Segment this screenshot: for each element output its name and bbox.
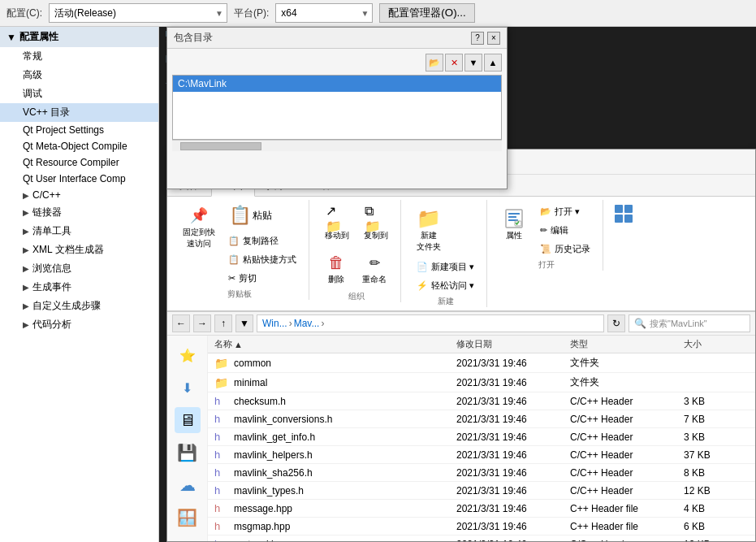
config-manager-button[interactable]: 配置管理器(O)... bbox=[379, 3, 474, 23]
properties-button[interactable]: 属性 bbox=[497, 203, 531, 258]
win-icon[interactable]: 🪟 bbox=[175, 505, 201, 531]
h-file-icon: h bbox=[214, 413, 229, 425]
move-to-button[interactable]: ↗📁 移动到 bbox=[319, 203, 355, 245]
dialog-close-button[interactable]: × bbox=[487, 32, 500, 45]
paste-button[interactable]: 📋 粘贴 bbox=[222, 200, 302, 231]
dialog-folder-button[interactable]: 📂 bbox=[426, 54, 443, 72]
dialog-controls: ? × bbox=[471, 32, 500, 45]
svg-rect-5 bbox=[615, 205, 623, 213]
sidebar-item-qt-resource[interactable]: Qt Resource Compiler bbox=[0, 154, 158, 171]
paste-shortcut-button[interactable]: 📋 粘贴快捷方式 bbox=[222, 251, 302, 268]
dialog-up-button[interactable]: ▲ bbox=[484, 54, 502, 72]
sidebar-item-advanced[interactable]: 高级 bbox=[0, 66, 158, 85]
sidebar-item-qt-project[interactable]: Qt Project Settings bbox=[0, 122, 158, 138]
file-left-nav: ⭐ ⬇ 🖥 💾 ☁ 🪟 bbox=[167, 336, 208, 541]
ribbon-content: 📌 固定到快速访问 📋 粘贴 📋 复制路径 bbox=[167, 197, 755, 312]
file-row[interactable]: h protocol.h 2021/3/31 19:46 C/C++ Heade… bbox=[208, 535, 755, 541]
favorites-icon[interactable]: ⭐ bbox=[175, 342, 201, 368]
sidebar-item-code-analysis[interactable]: ▶ 代码分析 bbox=[0, 315, 158, 334]
col-date[interactable]: 修改日期 bbox=[456, 338, 570, 350]
file-row[interactable]: h mavlink_types.h 2021/3/31 19:46 C/C++ … bbox=[208, 482, 755, 500]
history-button[interactable]: 📜 历史记录 bbox=[534, 241, 596, 258]
file-type: C/C++ Header bbox=[570, 467, 684, 479]
cut-button[interactable]: ✂ 剪切 bbox=[222, 270, 302, 287]
sidebar-item-cpp[interactable]: ▶ C/C++ bbox=[0, 187, 158, 203]
pin-to-quick-access-button[interactable]: 📌 固定到快速访问 bbox=[177, 200, 221, 287]
file-row[interactable]: h mavlink_conversions.h 2021/3/31 19:46 … bbox=[208, 410, 755, 428]
h-file-icon: h bbox=[214, 449, 229, 461]
platform-dropdown[interactable]: x64 ▼ bbox=[275, 3, 373, 23]
sidebar-item-qt-ui[interactable]: Qt User Interface Comp bbox=[0, 171, 158, 187]
open-icon: 📂 bbox=[540, 206, 551, 217]
file-size: 3 KB bbox=[684, 431, 749, 443]
col-name[interactable]: 名称 ▲ bbox=[214, 338, 456, 350]
new-folder-button[interactable]: 📁 新建文件夹 bbox=[411, 203, 447, 257]
folder-nav-icon[interactable]: 🖥 bbox=[175, 407, 201, 433]
cloud-nav-icon[interactable]: ☁ bbox=[175, 472, 201, 498]
sidebar-item-debug[interactable]: 调试 bbox=[0, 85, 158, 103]
rename-icon: ✏ bbox=[363, 251, 386, 274]
recent-button[interactable]: ▼ bbox=[235, 314, 253, 332]
forward-button[interactable]: → bbox=[193, 314, 211, 332]
up-button[interactable]: ↑ bbox=[214, 314, 232, 332]
crumb-mav[interactable]: Mav... bbox=[294, 318, 320, 329]
address-path[interactable]: Win... › Mav... › bbox=[257, 314, 604, 332]
refresh-button[interactable]: ↻ bbox=[607, 314, 625, 332]
dialog-list: C:\MavLink bbox=[172, 75, 502, 140]
folder-nav-icon-2[interactable]: 💾 bbox=[175, 440, 201, 466]
col-size[interactable]: 大小 bbox=[684, 338, 749, 350]
sidebar-item-build-event[interactable]: ▶ 生成事件 bbox=[0, 278, 158, 297]
file-size: 4 KB bbox=[684, 503, 749, 514]
sidebar-item-linker[interactable]: ▶ 链接器 bbox=[0, 203, 158, 222]
col-type[interactable]: 类型 bbox=[570, 338, 684, 350]
sidebar-item-browse[interactable]: ▶ 浏览信息 bbox=[0, 259, 158, 278]
sidebar-item-qt-meta[interactable]: Qt Meta-Object Compile bbox=[0, 138, 158, 154]
sidebar-item-xml[interactable]: ▶ XML 文档生成器 bbox=[0, 241, 158, 259]
crumb-win[interactable]: Win... bbox=[262, 318, 287, 329]
dialog-toolbar: 📂 ✕ ▼ ▲ bbox=[172, 54, 502, 72]
dialog-hscroll-thumb[interactable] bbox=[180, 142, 261, 150]
properties-label: 属性 bbox=[506, 230, 522, 241]
dialog-delete-button[interactable]: ✕ bbox=[445, 54, 463, 72]
hpp-file-icon: h bbox=[214, 502, 229, 514]
config-dropdown[interactable]: 活动(Release) ▼ bbox=[49, 3, 227, 23]
file-type: C++ Header file bbox=[570, 503, 684, 514]
open-button[interactable]: 📂 打开 ▾ bbox=[534, 203, 596, 220]
file-row[interactable]: 📁 common 2021/3/31 19:46 文件夹 bbox=[208, 353, 755, 373]
dialog-help-button[interactable]: ? bbox=[471, 32, 484, 45]
easy-access-button[interactable]: ⚡ 轻松访问 ▾ bbox=[411, 277, 480, 294]
dialog-list-item[interactable]: C:\MavLink bbox=[173, 76, 501, 92]
sidebar-item-manifest[interactable]: ▶ 清单工具 bbox=[0, 222, 158, 241]
copy-path-button[interactable]: 📋 复制路径 bbox=[222, 232, 302, 249]
view-icon bbox=[613, 200, 634, 227]
dialog-title: 包含目录 bbox=[174, 31, 213, 45]
file-row[interactable]: h mavlink_sha256.h 2021/3/31 19:46 C/C++… bbox=[208, 464, 755, 482]
dialog-down-button[interactable]: ▼ bbox=[464, 54, 482, 72]
hpp-file-icon: h bbox=[214, 520, 229, 532]
copy-to-button[interactable]: ⧉📁 复制到 bbox=[358, 203, 394, 245]
file-row[interactable]: h checksum.h 2021/3/31 19:46 C/C++ Heade… bbox=[208, 392, 755, 410]
paste-shortcut-label: 粘贴快捷方式 bbox=[243, 254, 296, 266]
sidebar-item-custom-build[interactable]: ▶ 自定义生成步骤 bbox=[0, 297, 158, 315]
edit-button[interactable]: ✏ 编辑 bbox=[534, 222, 596, 239]
file-row[interactable]: h mavlink_get_info.h 2021/3/31 19:46 C/C… bbox=[208, 428, 755, 446]
new-item-button[interactable]: 📄 新建项目 ▾ bbox=[411, 258, 480, 275]
file-type: C/C++ Header bbox=[570, 449, 684, 461]
file-row[interactable]: h msgmap.hpp 2021/3/31 19:46 C++ Header … bbox=[208, 518, 755, 535]
file-name-sha256: h mavlink_sha256.h bbox=[214, 466, 456, 479]
sidebar-item-vcpp[interactable]: VC++ 目录 bbox=[0, 103, 158, 122]
organize-buttons: ↗📁 移动到 ⧉📁 复制到 🗑 删除 bbox=[319, 200, 394, 289]
down-icon[interactable]: ⬇ bbox=[175, 375, 201, 401]
file-row[interactable]: h mavlink_helpers.h 2021/3/31 19:46 C/C+… bbox=[208, 446, 755, 464]
search-box[interactable]: 🔍 搜索"MavLink" bbox=[629, 314, 750, 332]
h-file-icon: h bbox=[214, 466, 229, 479]
file-row[interactable]: h message.hpp 2021/3/31 19:46 C++ Header… bbox=[208, 500, 755, 518]
back-button[interactable]: ← bbox=[172, 314, 190, 332]
dialog-scrollbar-h[interactable] bbox=[172, 140, 502, 151]
rename-button[interactable]: ✏ 重命名 bbox=[356, 247, 392, 289]
explorer-window: 📁 ◀ C:\MavLink 文件 主页 共享 查看 📌 固定到快速访问 bbox=[166, 149, 756, 542]
delete-button[interactable]: 🗑 删除 bbox=[319, 247, 353, 289]
file-row[interactable]: 📁 minimal 2021/3/31 19:46 文件夹 bbox=[208, 373, 755, 392]
sidebar-item-general[interactable]: 常规 bbox=[0, 47, 158, 66]
paste-icon: 📋 bbox=[227, 202, 253, 228]
